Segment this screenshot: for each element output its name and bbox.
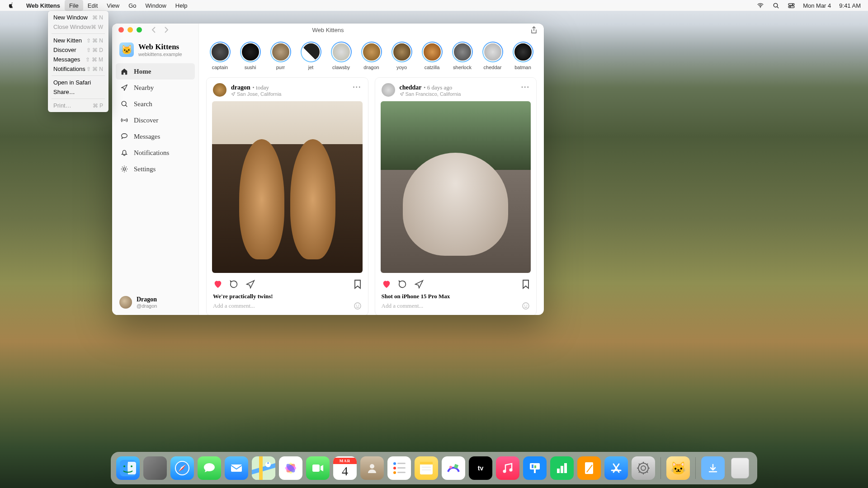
comment-input[interactable]: Add a comment... (213, 302, 255, 310)
menu-open-safari[interactable]: Open in Safari (48, 78, 108, 87)
dock-appstore[interactable] (604, 456, 628, 480)
story-item[interactable]: sherlock (451, 42, 473, 70)
dock-keynote[interactable] (523, 456, 547, 480)
dock-facetime[interactable] (306, 456, 330, 480)
menu-notifications[interactable]: Notifications⇧ ⌘ N (48, 64, 108, 74)
share-post-button[interactable] (245, 279, 255, 289)
story-item[interactable]: sushi (239, 42, 261, 70)
dock-music[interactable] (496, 456, 519, 480)
spotlight-icon[interactable] (772, 2, 779, 9)
dock-photos[interactable] (279, 456, 302, 480)
post-image[interactable] (212, 101, 363, 273)
svg-point-35 (393, 471, 396, 474)
emoji-button[interactable] (354, 302, 362, 310)
nav-settings[interactable]: Settings (116, 161, 195, 177)
nav-home[interactable]: Home (116, 63, 195, 80)
menu-share[interactable]: Share… (48, 87, 108, 97)
story-item[interactable]: dragon (360, 42, 382, 70)
svg-point-9 (124, 120, 125, 121)
post-author[interactable]: dragon (231, 84, 250, 91)
menu-messages[interactable]: Messages⇧ ⌘ M (48, 55, 108, 64)
menubar-item-go[interactable]: Go (124, 0, 141, 11)
dock-maps[interactable] (252, 456, 275, 480)
dock-reminders[interactable] (387, 456, 411, 480)
menu-discover[interactable]: Discover⇧ ⌘ D (48, 45, 108, 55)
nav-discover[interactable]: Discover (116, 112, 195, 128)
story-item[interactable]: cheddar (481, 42, 504, 70)
app-name: Web Kittens (138, 42, 182, 52)
dock-finder[interactable] (116, 456, 140, 480)
dock-messages[interactable] (198, 456, 221, 480)
window-titlebar[interactable]: Web Kittens (112, 23, 544, 36)
menu-print[interactable]: Print…⌘ P (48, 101, 108, 110)
dock-pages[interactable] (577, 456, 601, 480)
story-item[interactable]: clawsby (330, 42, 352, 70)
like-button[interactable] (213, 279, 223, 289)
nav-search[interactable]: Search (116, 96, 195, 112)
menubar-item-help[interactable]: Help (171, 0, 192, 11)
menubar-time[interactable]: 9:41 AM (839, 2, 861, 9)
dock-mail[interactable] (225, 456, 248, 480)
comment-input[interactable]: Add a comment... (382, 302, 424, 310)
post-image[interactable] (381, 101, 531, 273)
menubar-item-edit[interactable]: Edit (83, 0, 102, 11)
menubar-item-view[interactable]: View (102, 0, 124, 11)
story-item[interactable]: yoyo (391, 42, 413, 70)
dock-numbers[interactable] (550, 456, 574, 480)
dock-downloads[interactable] (701, 456, 725, 480)
story-item[interactable]: batman (512, 42, 534, 70)
dock-settings[interactable] (632, 456, 655, 480)
post-more-button[interactable]: ··· (353, 83, 361, 91)
nav-nearby[interactable]: Nearby (116, 80, 195, 96)
menu-new-window[interactable]: New Window⌘ N (48, 13, 108, 22)
comment-button[interactable] (229, 279, 239, 289)
story-item[interactable]: captain (209, 42, 231, 70)
control-center-icon[interactable] (788, 2, 795, 9)
svg-rect-48 (534, 465, 536, 468)
dock-tv[interactable]: tv (469, 456, 492, 480)
like-button[interactable] (382, 279, 392, 289)
dock-notes[interactable] (415, 456, 438, 480)
svg-point-54 (641, 466, 646, 470)
share-post-button[interactable] (414, 279, 424, 289)
bookmark-button[interactable] (522, 279, 530, 289)
svg-point-10 (123, 168, 125, 170)
dock-launchpad[interactable] (143, 456, 167, 480)
dock-trash[interactable] (728, 456, 752, 480)
menu-close-window[interactable]: Close Window⌘ W (48, 22, 108, 32)
dock-safari[interactable] (170, 456, 194, 480)
post-more-button[interactable]: ··· (521, 83, 530, 91)
svg-rect-29 (312, 465, 320, 472)
menubar-item-file[interactable]: File (65, 0, 83, 11)
dock-calendar[interactable]: MAR4 (333, 456, 357, 480)
story-item[interactable]: catzilla (421, 42, 443, 70)
comment-button[interactable] (398, 279, 408, 289)
post-card: dragon • today San Jose, California ··· (206, 77, 368, 315)
apple-logo-icon[interactable] (7, 2, 14, 9)
dock-freeform[interactable] (442, 456, 465, 480)
menubar-item-window[interactable]: Window (141, 0, 171, 11)
menubar-app-name[interactable]: Web Kittens (22, 0, 65, 11)
nav-messages[interactable]: Messages (116, 128, 195, 145)
share-button[interactable] (530, 26, 538, 34)
story-item[interactable]: jet (300, 42, 322, 70)
file-menu-dropdown: New Window⌘ N Close Window⌘ W New Kitten… (48, 11, 108, 112)
emoji-button[interactable] (522, 302, 530, 310)
wifi-icon[interactable] (757, 2, 764, 9)
dock-webkittens[interactable]: 🐱 (666, 456, 690, 480)
current-user[interactable]: Dragon @dragon (112, 290, 198, 315)
bookmark-button[interactable] (354, 279, 362, 289)
nav-notifications[interactable]: Notifications (116, 145, 195, 161)
user-handle: @dragon (137, 303, 157, 309)
post-location[interactable]: San Francisco, California (400, 91, 521, 97)
post-author[interactable]: cheddar (400, 84, 422, 91)
menu-new-kitten[interactable]: New Kitten⇧ ⌘ N (48, 36, 108, 45)
post-avatar[interactable] (382, 83, 395, 97)
menubar-date[interactable]: Mon Mar 4 (803, 2, 831, 9)
story-item[interactable]: purr (269, 42, 292, 70)
svg-point-12 (356, 305, 357, 306)
post-location[interactable]: San Jose, California (231, 91, 353, 97)
post-avatar[interactable] (213, 83, 226, 97)
svg-point-15 (524, 305, 525, 306)
dock-contacts[interactable] (360, 456, 384, 480)
